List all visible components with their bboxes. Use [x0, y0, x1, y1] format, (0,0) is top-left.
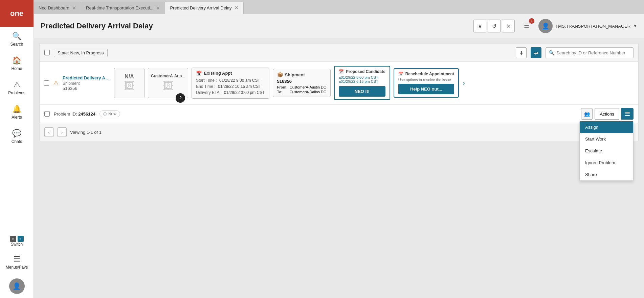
- star-button[interactable]: ★: [473, 20, 486, 32]
- problem-row-content: ⚠ Predicted Delivery Arriva... Shipment …: [40, 62, 638, 104]
- user-avatar-header: 👤: [538, 19, 553, 33]
- problem-id-label: Problem ID:: [54, 111, 78, 117]
- sidebar-label-problems: Problems: [8, 91, 25, 95]
- content-area: State: New, In Progress ⬇ ⇌ 🔍 ⚠ Predicte…: [34, 38, 644, 298]
- sidebar-item-home[interactable]: 🏠 Home: [0, 51, 34, 76]
- more-arrow-icon[interactable]: ›: [463, 79, 465, 87]
- sidebar-item-chats[interactable]: 💬 Chats: [0, 124, 34, 149]
- to-value: CustomerA-Dallas DC: [290, 90, 326, 94]
- sidebar-label-search: Search: [10, 42, 23, 47]
- problem-id-value: 2456124: [78, 111, 95, 117]
- sidebar-label-menus: Menus/Favs: [6, 265, 28, 270]
- search-box: 🔍: [546, 47, 634, 58]
- sidebar-item-switch[interactable]: ≡ ≡ Switch: [0, 232, 34, 250]
- shipment-title: Shipment: [285, 72, 305, 77]
- refresh-button[interactable]: ↺: [488, 20, 501, 32]
- proposed-title: Proposed Candidate: [346, 69, 385, 74]
- problem-row: ⚠ Predicted Delivery Arriva... Shipment …: [40, 62, 638, 104]
- image-placeholder-icon: 🖼: [124, 80, 135, 92]
- dropdown-item-ignore[interactable]: Ignore Problem: [580, 157, 633, 169]
- user-avatar-sidebar[interactable]: 👤: [0, 274, 34, 298]
- dropdown-item-assign[interactable]: Assign: [580, 121, 633, 133]
- existing-appt-title: Existing Appt: [204, 71, 232, 76]
- reschedule-card: 📅 Reschedule Appointment Use options to …: [394, 68, 459, 98]
- assign-icon-button[interactable]: 👥: [581, 108, 593, 120]
- card-na: N/A 🖼: [114, 68, 145, 98]
- sidebar-item-search[interactable]: 🔍 Search: [0, 27, 34, 51]
- sidebar-item-menus[interactable]: ☰ Menus/Favs: [0, 250, 34, 274]
- tab-predicted-delay-close[interactable]: ✕: [235, 5, 239, 10]
- tab-predicted-delay[interactable]: Predicted Delivery Arrival Delay ✕: [165, 2, 243, 14]
- proposed-candidate-card: 📅 Proposed Candidate a01/29/22 5:00 pm C…: [334, 66, 390, 100]
- sidebar-item-problems[interactable]: ⚠ Problems: [0, 76, 34, 100]
- notification-wrapper[interactable]: ☰ 1: [520, 20, 533, 32]
- cards-area: N/A 🖼 CustomerA-Aus... 🖼 2 📅: [114, 66, 634, 100]
- shipment-card: 📦 Shipment 516356 From: CustomerA-Austin…: [273, 69, 331, 97]
- network-icon-btn[interactable]: ⇌: [531, 47, 541, 58]
- reschedule-calendar-icon: 📅: [398, 72, 403, 76]
- reschedule-header: 📅 Reschedule Appointment: [398, 72, 454, 76]
- sidebar: one 🔍 Search 🏠 Home ⚠ Problems 🔔 Alerts …: [0, 0, 34, 298]
- shipment-header: 📦 Shipment: [277, 72, 326, 77]
- tab-neo-dashboard[interactable]: Neo Dashboard ✕: [34, 2, 81, 14]
- tab-real-time-close[interactable]: ✕: [156, 5, 160, 10]
- status-label: New: [108, 111, 116, 116]
- dropdown-item-share[interactable]: Share: [580, 169, 633, 180]
- problem-title-area: Predicted Delivery Arriva... Shipment 51…: [63, 75, 110, 91]
- problem-id-checkbox[interactable]: [44, 111, 50, 117]
- actions-button[interactable]: Actions: [595, 108, 619, 120]
- help-neo-button[interactable]: Help NEO out...: [398, 84, 454, 94]
- search-input[interactable]: [556, 50, 630, 55]
- switch-icons: ≡ ≡: [10, 236, 24, 242]
- start-time-label: Start Time :: [196, 78, 217, 83]
- switch-icon-left: ≡: [10, 236, 16, 242]
- sidebar-item-alerts[interactable]: 🔔 Alerts: [0, 100, 34, 124]
- select-all-checkbox[interactable]: [44, 50, 50, 55]
- problem-checkbox[interactable]: [44, 80, 49, 86]
- tab-neo-dashboard-label: Neo Dashboard: [39, 5, 69, 10]
- home-icon: 🏠: [12, 56, 21, 65]
- sidebar-label-alerts: Alerts: [12, 115, 22, 120]
- viewing-text: Viewing 1-1 of 1: [70, 130, 102, 135]
- dropdown-item-start-work[interactable]: Start Work: [580, 133, 633, 145]
- proposed-candidate-header: 📅 Proposed Candidate: [339, 69, 385, 74]
- search-icon: 🔍: [12, 32, 21, 41]
- customer-image-icon: 🖼: [163, 80, 174, 92]
- status-badge: 🕐 New: [99, 110, 120, 117]
- main-content: Neo Dashboard ✕ Real-time Transportation…: [34, 0, 644, 298]
- shipment-from-to: From: CustomerA-Austin DC To: CustomerA-…: [277, 85, 326, 94]
- app-logo[interactable]: one: [0, 0, 34, 27]
- switch-icon-right: ≡: [18, 236, 24, 242]
- tab-neo-dashboard-close[interactable]: ✕: [72, 5, 76, 10]
- delivery-eta-label: Delivery ETA :: [196, 90, 221, 95]
- proposed-calendar-icon: 📅: [339, 69, 344, 74]
- user-profile[interactable]: 👤 TMS.TRANSPORTATION_MANAGER ▼: [538, 19, 637, 33]
- from-value: CustomerA-Austin DC: [290, 85, 326, 89]
- chevron-down-icon: ▼: [633, 24, 637, 28]
- tab-real-time-label: Real-time Transportation Executi...: [86, 5, 153, 10]
- delivery-eta-value: 01/29/22 3:00 pm CST: [224, 90, 265, 95]
- tab-real-time[interactable]: Real-time Transportation Executi... ✕: [81, 2, 165, 14]
- menus-icon: ☰: [14, 255, 20, 264]
- existing-appt-card: 📅 Existing Appt Start Time : 01/28/22 9:…: [192, 68, 269, 99]
- actions-menu-button[interactable]: [621, 108, 634, 120]
- download-icon-btn[interactable]: ⬇: [516, 47, 527, 58]
- switch-label: Switch: [11, 242, 23, 247]
- card-na-label: N/A: [125, 74, 134, 80]
- problems-icon: ⚠: [14, 80, 20, 89]
- next-page-button[interactable]: ›: [57, 127, 67, 137]
- from-label: From:: [277, 85, 288, 89]
- existing-appt-header: 📅 Existing Appt: [196, 71, 265, 76]
- close-button[interactable]: ✕: [502, 20, 515, 32]
- status-clock-icon: 🕐: [103, 112, 107, 116]
- chats-icon: 💬: [12, 129, 21, 138]
- state-filter[interactable]: State: New, In Progress: [54, 49, 108, 57]
- prev-page-button[interactable]: ‹: [44, 127, 54, 137]
- dropdown-item-escalate[interactable]: Escalate: [580, 145, 633, 157]
- neo-it-button[interactable]: NEO It!: [339, 86, 385, 97]
- logo-text: one: [10, 9, 23, 18]
- to-label: To:: [277, 90, 288, 94]
- sidebar-bottom: ≡ ≡ Switch ☰ Menus/Favs 👤: [0, 232, 34, 298]
- problem-id-badge: Problem ID: 2456124: [54, 111, 95, 117]
- actions-dropdown: Assign Start Work Escalate Ignore Proble…: [579, 121, 634, 181]
